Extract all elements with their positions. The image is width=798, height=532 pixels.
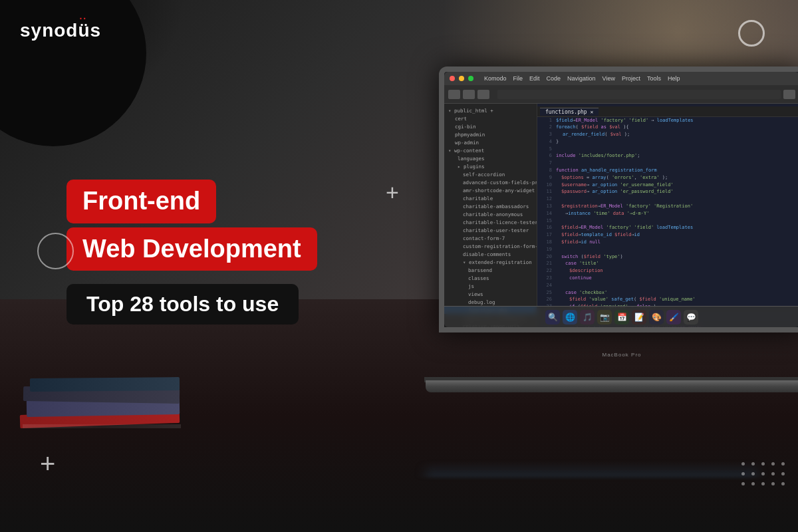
- tree-self-accordion: self-accordion: [444, 170, 537, 178]
- code-line-20: 20 switch ($field 'type'): [537, 253, 798, 261]
- dot-row-3: [741, 482, 785, 485]
- tree-cgi: cgi-bin: [444, 122, 537, 130]
- menu-tools: Tools: [647, 75, 661, 82]
- tab-functions: functions.php ✕: [540, 108, 598, 116]
- dot: [771, 482, 775, 485]
- dot: [761, 462, 765, 466]
- toolbar: [444, 85, 798, 104]
- menu-nav: Navigation: [567, 75, 596, 82]
- tree-charitable-amb: charitable-ambassadors: [444, 202, 537, 210]
- tree-wp-admin: wp-admin: [444, 138, 537, 146]
- menu-edit: Edit: [529, 75, 540, 82]
- code-line-7: 7: [537, 160, 798, 168]
- laptop: Komodo File Edit Code Navigation View Pr…: [399, 66, 798, 432]
- macbook-label: MacBook Pro: [602, 352, 641, 358]
- dot: [761, 482, 765, 485]
- file-tree: public_html + cert cgi-bin phpmyadmin wp…: [444, 104, 537, 327]
- menu-help: Help: [668, 75, 680, 82]
- toolbar-btn-1: [448, 90, 460, 99]
- dot: [771, 472, 775, 475]
- code-line-5: 5: [537, 146, 798, 153]
- menu-code: Code: [547, 75, 561, 82]
- toolbar-path: [497, 90, 781, 99]
- tree-public-html: public_html +: [444, 106, 537, 114]
- tree-wp-content: wp-content: [444, 146, 537, 154]
- dot: [741, 462, 745, 466]
- dock-music: 🎵: [580, 310, 595, 325]
- dot: [741, 482, 745, 485]
- code-line-2: 2 foreach( $field as $val ){: [537, 124, 798, 132]
- menu-file: File: [513, 75, 523, 82]
- dot: [761, 472, 765, 475]
- code-line-11: 11 $password→ ar_option 'er_password_fie…: [537, 189, 798, 196]
- code-line-26: 26 $field 'value' safe_get( $field 'uniq…: [537, 297, 798, 304]
- tree-barssend: barssend: [444, 266, 537, 274]
- tree-classes: classes: [444, 274, 537, 282]
- code-line-25: 25 case 'checkbox': [537, 289, 798, 297]
- dot: [751, 482, 755, 485]
- dot-row-2: [741, 472, 785, 475]
- code-line-21: 21 case 'title': [537, 261, 798, 268]
- menu-view: View: [602, 75, 615, 82]
- maximize-dot: [468, 76, 473, 81]
- dock-browser: 🌐: [563, 310, 577, 325]
- code-line-4: 4 }: [537, 138, 798, 146]
- code-line-10: 10 $username→ ar_option 'er_username_fie…: [537, 182, 798, 189]
- tree-disable-com: disable-comments: [444, 250, 537, 258]
- code-line-22: 22 $description: [537, 268, 798, 275]
- code-line-8: 8 function an_handle_registration_form: [537, 168, 798, 175]
- dot: [781, 482, 785, 485]
- heading-block: Front-end Web Development Top 28 tools t…: [66, 180, 317, 325]
- menu-project: Project: [622, 75, 640, 82]
- tree-debug: debug.log: [444, 298, 537, 306]
- toolbar-btn-2: [463, 90, 475, 99]
- dock-ps: 🎨: [649, 310, 664, 325]
- logo-uml: ü: [78, 20, 90, 41]
- tree-custom-reg: custom-registration-form-b...: [444, 242, 537, 250]
- brand-logo: synodüs: [20, 20, 101, 41]
- toolbar-btn-3: [477, 90, 489, 99]
- logo-text-s: s: [90, 20, 102, 41]
- code-line-19: 19: [537, 246, 798, 253]
- dock: 🔍 🌐 🎵 📷 📅 📝 🎨 🖌️ 💬: [444, 306, 798, 327]
- dot: [751, 472, 755, 475]
- dock-finder: 🔍: [545, 310, 560, 325]
- code-line-24: 24: [537, 282, 798, 289]
- tree-js: js: [444, 282, 537, 290]
- menu-komodo: Komodo: [484, 75, 507, 82]
- close-dot: [450, 76, 455, 81]
- dock-notes: 📝: [632, 310, 646, 325]
- tree-extended-reg: extended-registration: [444, 258, 537, 266]
- tree-phpmyadmin: phpmyadmin: [444, 130, 537, 138]
- toolbar-btn-search: [783, 90, 795, 99]
- tree-charitable-lic: charitable-licence-tester: [444, 218, 537, 226]
- tree-charitable-user: charitable-user-tester: [444, 226, 537, 234]
- code-line-12: 12: [537, 196, 798, 203]
- tree-cert: cert: [444, 114, 537, 122]
- dot: [781, 472, 785, 475]
- dock-app: 💬: [684, 310, 698, 325]
- tree-plugins: plugins: [444, 162, 537, 170]
- code-line-17: 17 $field→template_id $field→id: [537, 232, 798, 239]
- heading-line1: Front-end: [66, 180, 216, 223]
- dot: [781, 462, 785, 466]
- dot: [751, 462, 755, 466]
- code-line-6: 6 include 'includes/footer.php';: [537, 153, 798, 160]
- tree-acf: advanced-custom-fields-pro: [444, 178, 537, 186]
- circle-decoration-1: [37, 233, 74, 269]
- code-line-3: 3 ar_render_field( $val );: [537, 132, 798, 139]
- tree-cf7: contact-form-7: [444, 234, 537, 242]
- dock-photos: 📷: [597, 310, 612, 325]
- dock-calendar: 📅: [614, 310, 629, 325]
- menubar: Komodo File Edit Code Navigation View Pr…: [444, 72, 798, 85]
- code-line-14: 14 →instance 'time' data '→d·m·Y': [537, 210, 798, 217]
- laptop-screen: Komodo File Edit Code Navigation View Pr…: [439, 66, 798, 332]
- code-line-16: 16 $field→ER_Model 'factory' 'field' loa…: [537, 225, 798, 232]
- tree-charitable-anon: charitable-anonymous: [444, 210, 537, 218]
- heading-subtitle: Top 28 tools to use: [66, 284, 299, 325]
- code-line-13: 13 $registration→ER_Model 'factory' 'Reg…: [537, 203, 798, 211]
- tree-languages: languages: [444, 154, 537, 162]
- laptop-base: MacBook Pro: [426, 380, 798, 392]
- dot-grid-decoration: [741, 462, 785, 492]
- menu-items: Komodo File Edit Code Navigation View Pr…: [484, 75, 680, 82]
